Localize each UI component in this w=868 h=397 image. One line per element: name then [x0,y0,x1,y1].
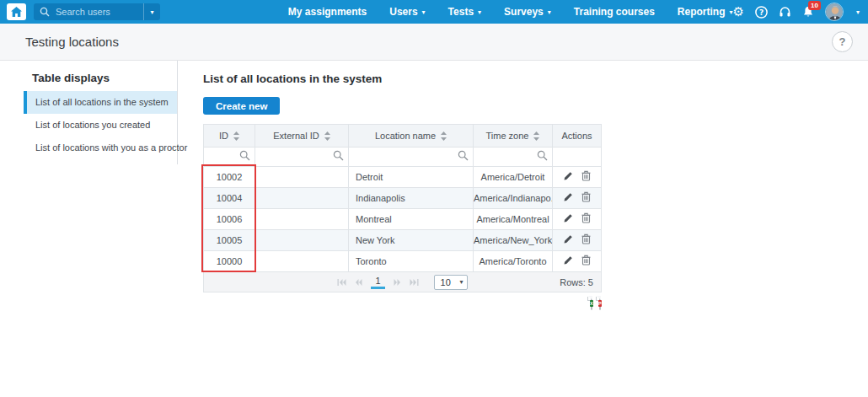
help-button-top[interactable]: ? [755,6,768,19]
nav-item-users[interactable]: Users▾ [389,6,425,18]
paginator: 1 10▾ [204,272,601,292]
pencil-icon [563,192,573,202]
first-page-icon [337,278,346,287]
cell-id: 10000 [204,251,255,272]
pencil-icon [563,234,573,244]
nav-item-my-assignments[interactable]: My assignments [288,6,367,18]
nav-item-tests[interactable]: Tests▾ [448,6,481,18]
pencil-icon [563,213,573,223]
main-nav: My assignments Users▾ Tests▾ Surveys▾ Tr… [288,6,733,18]
export-pdf-button[interactable]: PDF [599,297,601,309]
search-dropdown-button[interactable]: ▾ [143,3,160,20]
pencil-icon [563,171,573,181]
sidebar: Table displays List of all locations in … [0,61,178,164]
filter-location-name[interactable] [349,148,474,167]
avatar[interactable] [825,3,844,21]
search-icon [40,7,50,17]
help-icon: ? [755,6,768,19]
edit-button[interactable] [559,255,577,268]
delete-button[interactable] [577,212,595,226]
notifications-button[interactable]: 10 [802,6,814,19]
export-xls-button[interactable]: XLS [591,297,592,309]
chevron-down-icon: ▾ [422,8,426,16]
chevron-down-icon: ▾ [478,8,481,16]
settings-button[interactable]: ⚙ [733,6,744,19]
trash-icon [581,255,591,266]
trash-icon [581,191,591,202]
column-header-time-zone[interactable]: Time zone [474,125,553,148]
last-page-button[interactable] [410,278,419,287]
current-page[interactable]: 1 [371,275,384,289]
filter-id[interactable] [204,148,255,167]
filter-search-icon [458,150,469,161]
first-page-button[interactable] [337,278,346,287]
cell-external-id [255,230,349,251]
prev-page-button[interactable] [355,278,362,287]
filter-time-zone[interactable] [474,148,553,167]
table-row: 10002 Detroit America/Detroit [204,167,602,188]
edit-button[interactable] [559,234,577,247]
next-page-button[interactable] [394,278,401,287]
delete-button[interactable] [577,170,595,184]
page-title: Testing locations [25,35,119,49]
pencil-icon [563,255,573,266]
create-new-button[interactable]: Create new [203,97,280,115]
edit-button[interactable] [559,171,577,184]
delete-button[interactable] [577,233,595,247]
home-button[interactable] [7,3,26,20]
page-help-button[interactable]: ? [832,31,853,52]
titlebar: Testing locations ? [0,24,868,61]
table-row: 10004 Indianapolis America/Indianapo... [204,188,602,209]
trash-icon [581,170,591,181]
filter-actions-empty [553,148,602,167]
column-header-id[interactable]: ID [204,125,255,148]
trash-icon [581,233,591,244]
sort-icon [533,131,539,141]
chevron-down-icon: ▾ [460,278,463,286]
rows-count: Rows: 5 [560,272,593,292]
delete-button[interactable] [577,255,595,268]
cell-id: 10005 [204,230,255,251]
column-header-location-name[interactable]: Location name [349,125,474,148]
edit-button[interactable] [559,192,577,205]
edit-button[interactable] [559,213,577,226]
delete-button[interactable] [577,191,595,205]
cell-location-name: Toronto [349,251,474,272]
gear-icon: ⚙ [733,6,744,19]
cell-external-id [255,209,349,230]
nav-item-training-courses[interactable]: Training courses [574,6,655,18]
avatar-menu-caret[interactable]: ▾ [856,8,860,16]
table-row: 10000 Toronto America/Toronto [204,251,602,272]
sidebar-item-all-locations[interactable]: List of all locations in the system [24,91,177,114]
filter-search-icon [333,150,344,161]
home-icon [11,7,22,17]
sort-icon [324,131,330,141]
notification-badge: 10 [808,1,821,10]
page-size-select[interactable]: 10▾ [434,275,468,290]
search-input[interactable] [34,3,143,20]
svg-text:?: ? [759,8,764,16]
table-row: 10006 Montreal America/Montreal [204,209,602,230]
header-row: ID External ID Location name Time zone A… [204,125,602,148]
support-button[interactable] [779,6,791,18]
prev-page-icon [355,278,362,287]
cell-time-zone: America/Indianapo... [474,188,553,209]
next-page-icon [394,278,401,287]
paginator-row: 1 10▾ Rows: 5 [204,272,602,292]
cell-external-id [255,251,349,272]
cell-external-id [255,188,349,209]
filter-search-icon [537,150,548,161]
chevron-down-icon: ▾ [548,8,551,16]
nav-item-surveys[interactable]: Surveys▾ [504,6,551,18]
filter-row [204,148,602,167]
filter-external-id[interactable] [255,148,349,167]
trash-icon [581,212,591,223]
sidebar-item-locations-you-created[interactable]: List of locations you created [24,114,177,137]
topbar: ▾ My assignments Users▾ Tests▾ Surveys▾ … [0,0,868,24]
nav-item-reporting[interactable]: Reporting▾ [678,6,733,18]
cell-location-name: Montreal [349,209,474,230]
column-header-external-id[interactable]: External ID [255,125,349,148]
pdf-icon: PDF [599,296,601,310]
filter-search-icon [239,150,250,161]
sidebar-item-locations-proctor[interactable]: List of locations with you as a proctor [24,137,177,159]
